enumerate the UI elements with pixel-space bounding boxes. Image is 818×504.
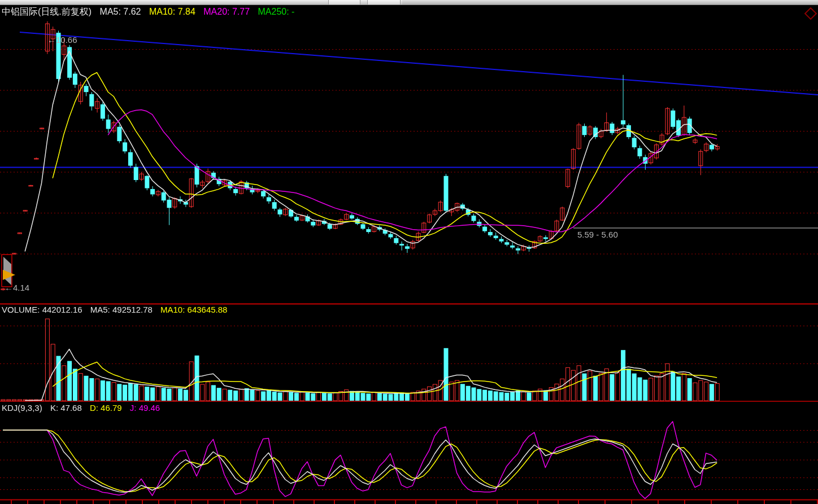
price-range-label: 5.59 - 5.60 xyxy=(577,230,618,239)
strip-button-2[interactable] xyxy=(367,0,401,5)
volume-ma10-value: MA10: 643645.88 xyxy=(160,305,227,314)
chart-canvas[interactable] xyxy=(0,0,818,504)
ma250-value: MA250: - xyxy=(258,7,295,16)
ma20-value: MA20: 7.77 xyxy=(203,7,250,16)
low-price-label: ←4.14 xyxy=(5,283,29,292)
stock-chart-app: 中铝国际(日线.前复权) MA5: 7.62 MA10: 7.84 MA20: … xyxy=(0,0,818,504)
volume-ma5-value: MA5: 492512.78 xyxy=(90,305,153,314)
kdj-j-value: J: 49.46 xyxy=(130,403,160,413)
ma10-value: MA10: 7.84 xyxy=(149,7,195,16)
strip-button-1[interactable] xyxy=(328,0,360,5)
stock-title: 中铝国际(日线.前复权) xyxy=(2,7,92,16)
kdj-k-value: K: 47.68 xyxy=(50,403,82,413)
kdj-d-value: D: 46.79 xyxy=(90,403,122,413)
volume-panel-header: VOLUME: 442012.16 MA5: 492512.78 MA10: 6… xyxy=(2,305,233,314)
high-price-label: ←10.66 xyxy=(47,35,77,45)
kdj-panel-header: KDJ(9,3,3) K: 47.68 D: 46.79 J: 49.46 xyxy=(2,403,166,413)
ma5-value: MA5: 7.62 xyxy=(100,7,141,16)
volume-value: VOLUME: 442012.16 xyxy=(2,305,82,314)
main-chart-header: 中铝国际(日线.前复权) MA5: 7.62 MA10: 7.84 MA20: … xyxy=(2,6,300,18)
strip-right-segment xyxy=(402,0,818,5)
window-top-strip xyxy=(0,0,818,5)
kdj-title: KDJ(9,3,3) xyxy=(2,403,42,413)
